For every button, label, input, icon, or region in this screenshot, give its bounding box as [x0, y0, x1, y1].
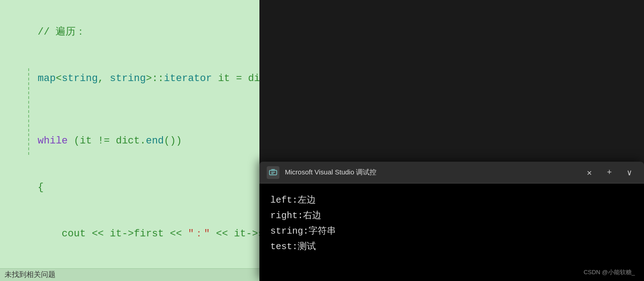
- status-bar: 未找到相关问题: [0, 268, 259, 281]
- status-text: 未找到相关问题: [5, 270, 56, 280]
- code-line-empty1: [14, 102, 246, 118]
- code-line-open-brace: {: [14, 164, 246, 211]
- debug-window-title: Microsoft Visual Studio 调试控: [285, 168, 577, 177]
- code-line-while: while (it != dict.end()): [14, 118, 246, 164]
- code-line-comment: // 遍历：: [14, 9, 246, 56]
- debug-close-button[interactable]: ✕: [582, 165, 597, 180]
- debug-output: left:左边 right:右边 string:字符串 test:测试: [259, 184, 644, 281]
- svg-rect-0: [269, 170, 277, 175]
- debug-add-button[interactable]: +: [602, 165, 617, 180]
- output-line-1: left:左边: [270, 193, 633, 208]
- code-editor: // 遍历： map<string, string>::iterator it …: [0, 0, 259, 281]
- output-line-4: test:测试: [270, 239, 633, 255]
- output-line-3: string:字符串: [270, 224, 633, 239]
- output-line-2: right:右边: [270, 208, 633, 224]
- svg-rect-1: [271, 169, 275, 171]
- watermark: CSDN @小能软糖_: [583, 268, 635, 276]
- debug-app-icon: [267, 166, 279, 179]
- debug-titlebar: Microsoft Visual Studio 调试控 ✕ + ∨: [259, 162, 644, 184]
- dashed-indent-line: [28, 68, 29, 155]
- debug-chevron-button[interactable]: ∨: [622, 165, 637, 180]
- debug-window[interactable]: Microsoft Visual Studio 调试控 ✕ + ∨ left:左…: [259, 162, 644, 281]
- code-line-cout-first: cout << it->first << "：" << it->second <…: [14, 211, 246, 257]
- code-line-iterator: map<string, string>::iterator it = dict.…: [14, 56, 246, 102]
